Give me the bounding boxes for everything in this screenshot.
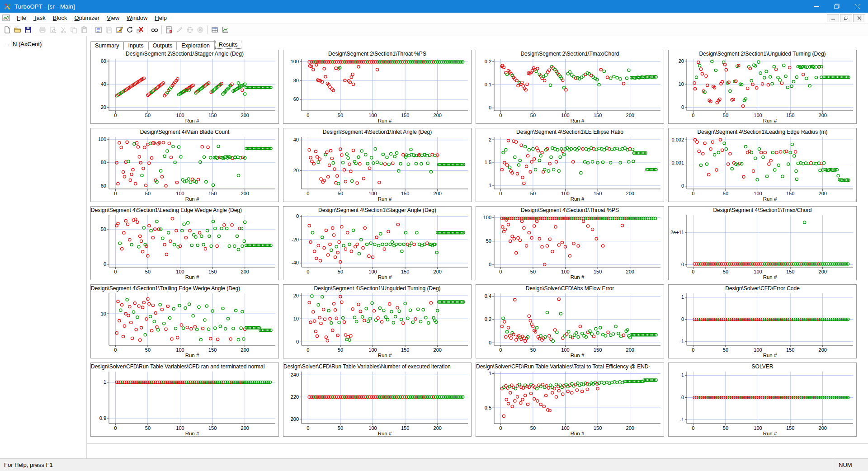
refresh-button[interactable] [124, 24, 135, 35]
svg-text:0: 0 [681, 316, 684, 322]
chart-title: Design\Segment 4\Section1\Leading Edge R… [669, 128, 856, 136]
chart-plot: 0.51050100150200Run # [476, 370, 664, 436]
chart-title: Design\Segment 2\Section1\Stagger Angle … [91, 50, 278, 57]
chart-cell: Design\Segment 2\Section1\Unguided Turni… [668, 50, 857, 124]
svg-text:100: 100 [561, 113, 569, 118]
chart-grid: Design\Segment 2\Section1\Stagger Angle … [87, 50, 868, 437]
menu-block[interactable]: Block [49, 13, 71, 23]
svg-text:100: 100 [176, 191, 184, 196]
chart-cell: Design\Segment 4\Section1\LE Ellipse Rat… [476, 128, 664, 202]
chart-title: Design\Segment 2\Section1\Tmax/Chord [476, 50, 664, 57]
svg-text:100: 100 [561, 347, 569, 353]
plot-view-button[interactable] [220, 24, 230, 35]
menu-window[interactable]: Window [123, 13, 151, 23]
svg-text:50: 50 [338, 269, 343, 274]
new-button[interactable] [2, 24, 12, 35]
svg-text:200: 200 [819, 191, 827, 196]
svg-text:0: 0 [499, 113, 502, 118]
chart-plot: -101050100150200Run # [669, 370, 856, 436]
svg-text:0: 0 [104, 261, 106, 267]
svg-text:150: 150 [401, 269, 409, 274]
summary-report-button[interactable] [93, 24, 104, 35]
save-button[interactable] [23, 24, 33, 35]
edit-run-button[interactable] [114, 24, 124, 35]
close-button[interactable] [847, 0, 868, 13]
menu-items: FileTaskBlockOptimizerViewWindowHelp [13, 13, 170, 23]
svg-text:150: 150 [594, 191, 602, 196]
restore-button[interactable] [826, 0, 847, 13]
chart-plot: 050100050100150200Run # [476, 214, 664, 280]
svg-text:100: 100 [561, 191, 569, 196]
svg-text:0: 0 [681, 262, 684, 267]
svg-text:0.4: 0.4 [485, 293, 491, 299]
svg-text:Run #: Run # [185, 353, 199, 358]
chart-title: SOLVER [669, 363, 856, 370]
menu-task[interactable]: Task [30, 13, 49, 23]
chart-cell: Design\Segment 2\Section1\Stagger Angle … [90, 50, 279, 124]
chart-title: Design\Solver\CFD\Run Table Variables\To… [476, 363, 664, 370]
status-bar: For Help, press F1 NUM [0, 458, 868, 471]
svg-text:150: 150 [594, 269, 602, 274]
open-button[interactable] [12, 24, 23, 35]
chart-title: Design\Segment 4\Main Blade Count [91, 128, 278, 136]
chart-title: Design\Segment 4\Section1\Stagger Angle … [283, 207, 471, 214]
table-view-button[interactable] [209, 24, 220, 35]
menu-help[interactable]: Help [151, 13, 170, 23]
svg-text:50: 50 [145, 269, 151, 274]
svg-text:200: 200 [434, 347, 442, 353]
svg-text:Run #: Run # [185, 274, 199, 280]
tab-exploration[interactable]: Exploration [177, 41, 214, 50]
report-button[interactable] [164, 24, 174, 35]
mdi-restore-button[interactable] [840, 14, 852, 22]
svg-text:240: 240 [291, 372, 299, 377]
svg-text:Run #: Run # [763, 196, 777, 202]
mdi-close-button[interactable] [853, 14, 865, 22]
mdi-minimize-button[interactable] [827, 14, 839, 22]
num-lock-indicator: NUM [833, 459, 868, 471]
svg-text:2e+11: 2e+11 [670, 230, 684, 235]
svg-text:20: 20 [679, 58, 684, 64]
minimize-button[interactable] [806, 0, 826, 13]
tab-inputs[interactable]: Inputs [123, 41, 148, 50]
svg-text:0: 0 [499, 425, 502, 431]
svg-text:0: 0 [296, 214, 299, 219]
document-chart-icon [2, 14, 10, 22]
svg-text:1: 1 [489, 371, 491, 376]
chart-title: Design\Segment 4\Section1\Inlet Angle (D… [283, 128, 471, 136]
menu-view[interactable]: View [103, 13, 123, 23]
svg-text:150: 150 [208, 347, 217, 353]
svg-text:200: 200 [434, 191, 442, 196]
delete-run-button[interactable] [135, 24, 145, 35]
svg-text:50: 50 [723, 425, 728, 431]
svg-text:50: 50 [338, 191, 343, 196]
svg-text:0: 0 [307, 269, 309, 274]
menu-optimizer[interactable]: Optimizer [71, 13, 104, 23]
svg-text:-40: -40 [292, 260, 299, 265]
svg-text:50: 50 [338, 425, 343, 431]
svg-text:50: 50 [723, 269, 728, 274]
chart-cell: Design\Segment 4\Main Blade Count6080100… [90, 128, 279, 202]
chart-plot: 0.91050100150200Run # [91, 370, 278, 436]
tree-item-n-axcent-[interactable]: N (AxCent) [0, 40, 86, 48]
svg-text:150: 150 [208, 113, 217, 118]
tab-outputs[interactable]: Outputs [148, 41, 177, 50]
view-results-button[interactable] [149, 24, 160, 35]
svg-text:200: 200 [626, 425, 634, 431]
svg-text:220: 220 [291, 394, 299, 400]
chart-cell: Design\Segment 4\Section1\Inlet Angle (D… [283, 128, 472, 202]
svg-text:100: 100 [176, 425, 184, 431]
svg-text:50: 50 [530, 269, 536, 274]
tab-results[interactable]: Results [214, 40, 242, 50]
svg-text:0.002: 0.002 [671, 137, 684, 142]
svg-text:0: 0 [489, 262, 491, 267]
svg-text:0: 0 [307, 425, 309, 431]
chart-title: Design\Solver\CFD\Abs MFlow Error [476, 285, 664, 292]
svg-text:200: 200 [241, 191, 249, 196]
menu-file[interactable]: File [13, 13, 30, 23]
chart-cell: Design\Segment 2\Section1\Throat %PS6080… [283, 50, 472, 124]
tab-summary[interactable]: Summary [90, 41, 123, 50]
svg-text:20: 20 [293, 168, 299, 173]
svg-text:100: 100 [754, 425, 762, 431]
svg-text:0: 0 [114, 113, 117, 118]
svg-text:1: 1 [681, 294, 684, 300]
